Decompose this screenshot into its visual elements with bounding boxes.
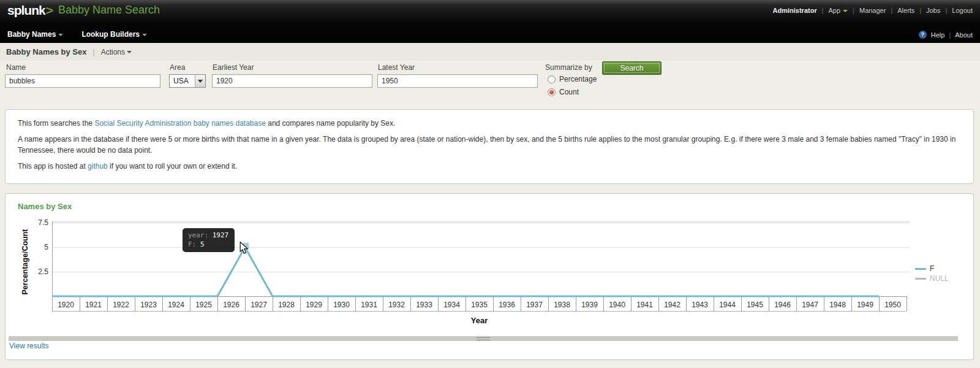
select-dropdown-button[interactable]	[195, 75, 205, 87]
x-axis-tick-label: 1922	[113, 301, 129, 309]
x-axis-tick-label: 1944	[719, 301, 736, 309]
chevron-down-icon	[127, 51, 132, 53]
radio-button[interactable]	[548, 75, 556, 83]
chart-resize-handle[interactable]	[9, 336, 958, 341]
chevron-down-icon	[142, 34, 147, 36]
mouse-cursor-icon	[239, 242, 249, 255]
username: Administrator	[773, 7, 817, 14]
separator: |	[93, 48, 95, 56]
separator: |	[945, 7, 947, 14]
separator: |	[919, 7, 921, 14]
x-axis-tick-label: 1930	[333, 301, 350, 309]
x-axis-tick-label: 1921	[85, 301, 102, 309]
x-axis-tick-label: 1927	[251, 301, 267, 309]
x-axis-tick-label: 1939	[581, 301, 598, 309]
chevron-down-icon	[58, 34, 63, 36]
x-axis-tick-label: 1935	[471, 301, 488, 309]
user-links: Administrator | App | Manager | Alerts |…	[773, 7, 973, 14]
radio-label[interactable]: Count	[559, 88, 579, 96]
separator: |	[822, 7, 824, 14]
x-axis-tick-label: 1920	[58, 301, 74, 309]
info-paragraph-3: This app is hosted at github if you want…	[18, 161, 961, 172]
about-link[interactable]: About	[955, 31, 973, 39]
nav-menu-babby-names[interactable]: Babby Names	[7, 30, 63, 39]
name-input[interactable]	[5, 74, 160, 88]
x-axis-tick-label: 1923	[140, 301, 157, 309]
chevron-down-icon	[198, 80, 203, 83]
latest-year-input[interactable]	[377, 74, 538, 88]
chart-panel: Names by Sex Percentage/Count 2.557.5 19…	[5, 193, 974, 360]
app-menu-link[interactable]: App	[829, 7, 848, 14]
separator: |	[853, 7, 854, 14]
x-axis-tick-label: 1946	[774, 301, 791, 309]
ssa-database-link[interactable]: Social Security Administration baby name…	[94, 119, 266, 128]
page: splunk> Babby Name Search Administrator …	[0, 0, 980, 368]
x-axis-tick-label: 1924	[168, 301, 184, 309]
earliest-year-label: Earliest Year	[213, 63, 254, 72]
radio-percentage[interactable]: Percentage	[548, 75, 597, 83]
x-axis-tick-label: 1933	[416, 301, 432, 309]
legend-label: NULL	[930, 274, 949, 283]
search-button[interactable]: Search	[602, 61, 662, 75]
name-label: Name	[6, 63, 26, 72]
header-row-2: Babby Names Lookup Builders ? Help | Abo…	[0, 20, 980, 43]
logout-link[interactable]: Logout	[952, 7, 973, 14]
info-panel: This form searches the Social Security A…	[5, 109, 974, 184]
splunk-logo: splunk>	[7, 3, 53, 18]
tooltip-row: year: 1927	[188, 231, 228, 240]
x-axis-tick-label: 1949	[857, 301, 873, 309]
app-nav: Babby Names Lookup Builders	[7, 30, 147, 39]
help-link[interactable]: Help	[931, 31, 945, 39]
jobs-link[interactable]: Jobs	[926, 7, 940, 14]
x-axis-tick-label: 1940	[609, 301, 625, 309]
alerts-link[interactable]: Alerts	[897, 7, 914, 14]
y-axis-title: Percentage/Count	[21, 213, 29, 311]
help-icon: ?	[919, 31, 927, 39]
x-axis-tick-label: 1947	[802, 301, 818, 309]
x-axis-tick-label: 1932	[388, 301, 405, 309]
radio-button[interactable]	[548, 88, 556, 96]
x-axis-tick-label: 1948	[829, 301, 846, 309]
top-header: splunk> Babby Name Search Administrator …	[0, 0, 980, 43]
area-label: Area	[170, 63, 185, 72]
info-paragraph-1: This form searches the Social Security A…	[18, 118, 961, 129]
nav-menu-lookup-builders[interactable]: Lookup Builders	[81, 30, 147, 39]
info-paragraph-2: A name appears in the database if there …	[18, 134, 961, 156]
legend-swatch-icon	[915, 278, 926, 280]
header-row-1: splunk> Babby Name Search Administrator …	[0, 0, 980, 20]
earliest-year-input[interactable]	[212, 74, 372, 88]
chart-tooltip: year: 1927 F: 5	[183, 228, 235, 252]
logo-caret-icon: >	[46, 3, 53, 17]
chart-legend: FNULL	[915, 264, 949, 283]
y-axis-tick-label: 2.5	[23, 267, 48, 276]
x-axis-tick-label: 1926	[223, 301, 239, 309]
radio-label[interactable]: Percentage	[559, 75, 597, 83]
x-axis-tick-label: 1945	[747, 301, 763, 309]
x-axis-tick-label: 1931	[361, 301, 377, 309]
app-title: Babby Name Search	[58, 4, 160, 17]
x-axis-title: Year	[52, 316, 907, 325]
github-link[interactable]: github	[88, 162, 108, 171]
x-axis-tick-label: 1925	[195, 301, 212, 309]
x-axis-tick-label: 1929	[306, 301, 322, 309]
radio-count[interactable]: Count	[548, 88, 579, 96]
chart-panel-title: Names by Sex	[18, 202, 72, 211]
chevron-down-icon	[843, 10, 848, 12]
logo-group: splunk> Babby Name Search	[7, 3, 160, 18]
help-links: ? Help | About	[919, 31, 973, 39]
y-axis-tick-label: 5	[23, 243, 48, 251]
actions-menu[interactable]: Actions	[101, 48, 132, 56]
view-results-link[interactable]: View results	[9, 342, 48, 350]
breadcrumb-bar: Babby Names by Sex | Actions	[0, 43, 980, 61]
summarize-by-label: Summarize by	[545, 63, 592, 72]
x-axis-tick-label: 1950	[884, 301, 901, 309]
manager-link[interactable]: Manager	[859, 7, 886, 14]
page-title: Babby Names by Sex	[6, 47, 87, 56]
latest-year-label: Latest Year	[378, 63, 415, 72]
area-select-value: USA	[170, 77, 195, 85]
x-axis-tick-label: 1938	[554, 301, 570, 309]
x-axis-tick-label: 1934	[443, 301, 460, 309]
x-axis-tick-label: 1941	[636, 301, 653, 309]
x-axis-tick-label: 1936	[499, 301, 515, 309]
area-select[interactable]: USA	[169, 74, 206, 88]
